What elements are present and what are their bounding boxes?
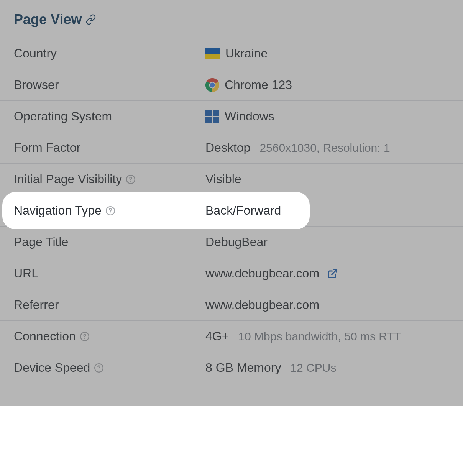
- row-navigation-type: Navigation Type Back/Forward: [0, 195, 463, 226]
- url-value-text: www.debugbear.com: [205, 266, 319, 281]
- page-title-value-text: DebugBear: [205, 235, 268, 249]
- windows-icon: [205, 110, 219, 123]
- value-browser: Chrome 123: [205, 78, 449, 92]
- connection-secondary-text: 10 Mbps bandwidth, 50 ms RTT: [238, 330, 401, 343]
- nav-type-label-text: Navigation Type: [14, 204, 102, 218]
- value-navigation-type: Back/Forward: [205, 204, 449, 218]
- label-os: Operating System: [14, 109, 205, 123]
- row-url: URL www.debugbear.com: [0, 258, 463, 289]
- referrer-label-text: Referrer: [14, 298, 59, 312]
- connection-label-text: Connection: [14, 329, 76, 343]
- browser-label-text: Browser: [14, 78, 59, 92]
- row-os: Operating System Windows: [0, 100, 463, 132]
- value-visibility: Visible: [205, 172, 449, 186]
- value-referrer: www.debugbear.com: [205, 298, 449, 312]
- permalink-icon[interactable]: [85, 14, 96, 25]
- help-icon[interactable]: [126, 174, 136, 184]
- value-country: Ukraine: [205, 46, 449, 61]
- flag-ukraine-icon: [205, 48, 220, 59]
- svg-line-7: [332, 269, 337, 274]
- label-country: Country: [14, 46, 205, 61]
- help-icon[interactable]: [80, 332, 90, 341]
- device-speed-value-text: 8 GB Memory: [205, 361, 281, 375]
- help-icon[interactable]: [105, 206, 115, 216]
- value-page-title: DebugBear: [205, 235, 449, 249]
- label-connection: Connection: [14, 329, 205, 343]
- row-form-factor: Form Factor Desktop 2560x1030, Resolutio…: [0, 132, 463, 163]
- nav-type-value-text: Back/Forward: [205, 204, 281, 218]
- svg-point-4: [130, 181, 131, 182]
- device-speed-secondary-text: 12 CPUs: [290, 361, 336, 374]
- form-factor-value-text: Desktop: [205, 141, 250, 155]
- label-form-factor: Form Factor: [14, 141, 205, 155]
- label-browser: Browser: [14, 78, 205, 92]
- section-title: Page View: [14, 11, 82, 28]
- browser-value-text: Chrome 123: [225, 78, 292, 92]
- value-os: Windows: [205, 109, 449, 123]
- label-visibility: Initial Page Visibility: [14, 172, 205, 186]
- svg-point-2: [210, 82, 215, 87]
- row-device-speed: Device Speed 8 GB Memory 12 CPUs: [0, 352, 463, 383]
- visibility-value-text: Visible: [205, 172, 241, 186]
- label-navigation-type: Navigation Type: [14, 204, 205, 218]
- svg-point-9: [84, 338, 85, 339]
- external-link-icon[interactable]: [327, 268, 338, 279]
- section-header: Page View: [0, 11, 463, 38]
- row-browser: Browser Chrome 123: [0, 69, 463, 100]
- os-value-text: Windows: [225, 109, 274, 123]
- device-speed-label-text: Device Speed: [14, 361, 90, 375]
- label-page-title: Page Title: [14, 235, 205, 249]
- label-referrer: Referrer: [14, 298, 205, 312]
- value-connection: 4G+ 10 Mbps bandwidth, 50 ms RTT: [205, 329, 449, 343]
- row-visibility: Initial Page Visibility Visible: [0, 163, 463, 195]
- row-connection: Connection 4G+ 10 Mbps bandwidth, 50 ms …: [0, 320, 463, 352]
- help-icon[interactable]: [94, 363, 104, 373]
- connection-value-text: 4G+: [205, 329, 229, 343]
- svg-point-11: [99, 369, 99, 370]
- row-page-title: Page Title DebugBear: [0, 226, 463, 258]
- url-label-text: URL: [14, 266, 38, 281]
- form-factor-secondary-text: 2560x1030, Resolution: 1: [259, 141, 390, 154]
- value-url: www.debugbear.com: [205, 266, 449, 281]
- page-title-label-text: Page Title: [14, 235, 68, 249]
- referrer-value-text: www.debugbear.com: [205, 298, 319, 312]
- form-factor-label-text: Form Factor: [14, 141, 80, 155]
- label-device-speed: Device Speed: [14, 361, 205, 375]
- value-form-factor: Desktop 2560x1030, Resolution: 1: [205, 141, 449, 155]
- country-label-text: Country: [14, 46, 57, 61]
- country-value-text: Ukraine: [225, 46, 268, 61]
- value-device-speed: 8 GB Memory 12 CPUs: [205, 361, 449, 375]
- visibility-label-text: Initial Page Visibility: [14, 172, 122, 186]
- label-url: URL: [14, 266, 205, 281]
- os-label-text: Operating System: [14, 109, 112, 123]
- chrome-icon: [205, 78, 219, 92]
- svg-point-6: [110, 212, 111, 213]
- row-country: Country Ukraine: [0, 38, 463, 69]
- row-referrer: Referrer www.debugbear.com: [0, 289, 463, 320]
